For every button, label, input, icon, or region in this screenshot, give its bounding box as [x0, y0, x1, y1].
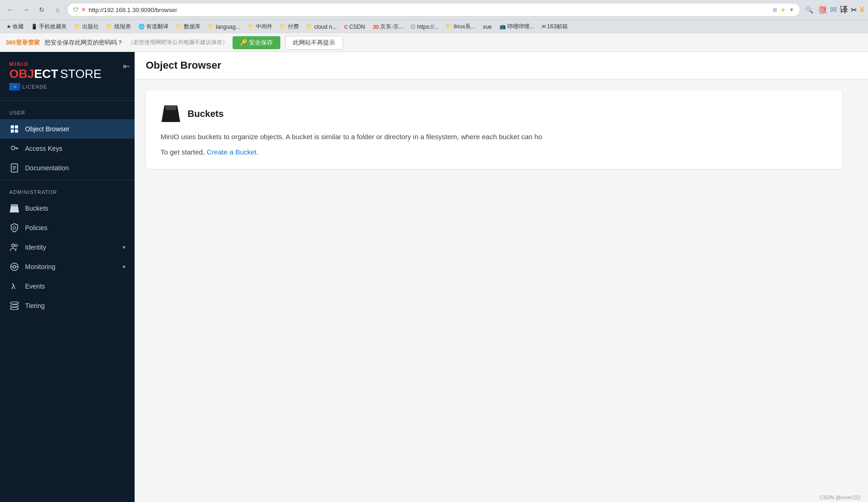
- sidebar-item-object-browser[interactable]: Object Browser: [0, 119, 135, 139]
- sidebar: ⇤ MINIO OBJECT STORE A LICENSE: [0, 52, 135, 502]
- buckets-card-icon: [161, 103, 181, 124]
- license-badge: A LICENSE: [9, 83, 125, 90]
- weibo-icon[interactable]: 微: [819, 4, 827, 15]
- address-bar[interactable]: 🛡 ✕ http://192.168.1.30:9090/browser ⊞ ⚡…: [67, 3, 800, 17]
- object-text: OBJECT: [9, 67, 58, 81]
- doc-icon: [9, 163, 19, 173]
- minio-mini-text: MINIO: [9, 61, 102, 67]
- access-keys-label: Access Keys: [25, 145, 125, 152]
- bookmark-cloud[interactable]: 📁 cloud n...: [304, 23, 340, 31]
- bookmark-mobile[interactable]: 📱 手机收藏夹: [28, 22, 70, 32]
- svg-rect-3: [11, 129, 14, 133]
- create-bucket-link[interactable]: Create a Bucket.: [207, 148, 259, 156]
- layers-icon: [9, 301, 19, 311]
- people-icon: [9, 242, 19, 252]
- svg-point-14: [12, 244, 14, 247]
- back-button[interactable]: ←: [4, 3, 17, 16]
- lightning-icon: ⚡: [780, 7, 786, 13]
- bookmark-news[interactable]: 📁 线报类: [104, 22, 134, 32]
- bookmark-linux[interactable]: 📁 linux系...: [443, 22, 478, 32]
- password-save-bar: 360登录管家 想安全保存此网页的密码吗？ （若您使用网吧等公共电脑不建议保存）…: [0, 33, 868, 52]
- bookmark-language[interactable]: 📁 languag...: [205, 23, 243, 31]
- save-password-button[interactable]: 🔑 安全保存: [233, 36, 281, 49]
- translate-icon[interactable]: 译: [840, 4, 848, 15]
- minio-brand-name: OBJECT STORE: [9, 67, 102, 81]
- sidebar-item-buckets[interactable]: Buckets: [0, 199, 135, 218]
- shield-icon: [9, 223, 19, 233]
- bookmark-paid[interactable]: 📁 付费: [277, 22, 302, 32]
- bookmark-publisher[interactable]: 📁 出版社: [71, 22, 102, 32]
- main-body: Buckets MinIO uses buckets to organize o…: [135, 79, 868, 493]
- forward-button[interactable]: →: [19, 3, 32, 16]
- star-icon: ★: [6, 24, 11, 30]
- 360-logo: 360登录管家: [6, 39, 40, 47]
- svg-rect-1: [11, 125, 14, 129]
- admin-section-label: Administrator: [0, 182, 135, 199]
- sidebar-item-tiering[interactable]: Tiering: [0, 296, 135, 315]
- grid-icon: ⊞: [773, 7, 777, 13]
- bookmark-bilibili[interactable]: 📺 哔哩哔哩...: [497, 22, 537, 32]
- antfinancial-icon[interactable]: ¥: [860, 5, 864, 15]
- app-footer: CSDN @inner222: [135, 493, 868, 502]
- sidebar-item-events[interactable]: λ Events: [0, 277, 135, 296]
- monitoring-icon: [9, 262, 19, 272]
- dismiss-password-button[interactable]: 此网站不再提示: [285, 36, 343, 50]
- monitoring-label: Monitoring: [25, 263, 117, 270]
- sidebar-item-monitoring[interactable]: Monitoring ▾: [0, 257, 135, 277]
- sidebar-item-identity[interactable]: Identity ▾: [0, 238, 135, 257]
- svg-point-21: [10, 302, 19, 304]
- sidebar-header: ⇤ MINIO OBJECT STORE A LICENSE: [0, 52, 135, 98]
- card-header: Buckets: [161, 103, 827, 124]
- user-section-label: User: [0, 103, 135, 119]
- scissor-icon[interactable]: ✂: [851, 6, 857, 14]
- svg-point-22: [10, 305, 19, 307]
- buckets-info-card: Buckets MinIO uses buckets to organize o…: [146, 90, 842, 169]
- footer-text: CSDN @inner222: [820, 495, 861, 500]
- license-label: LICENSE: [22, 84, 47, 90]
- search-button[interactable]: 🔍: [803, 3, 816, 16]
- svg-text:λ: λ: [11, 282, 16, 291]
- bookmark-favorites[interactable]: ★ 收藏: [4, 22, 26, 32]
- identity-chevron-icon: ▾: [123, 244, 125, 251]
- monitoring-chevron-icon: ▾: [123, 264, 125, 270]
- bookmark-163mail[interactable]: ✉ 163邮箱: [539, 22, 570, 32]
- bookmark-github[interactable]: ⬡ https://...: [408, 23, 441, 31]
- sidebar-collapse-button[interactable]: ⇤: [123, 61, 130, 71]
- bookmark-bar: ★ 收藏 📱 手机收藏夹 📁 出版社 📁 线报类 🌐 有道翻译 📁 数据库 📁 …: [0, 19, 868, 33]
- svg-point-13: [13, 226, 16, 229]
- home-button[interactable]: ⌂: [51, 3, 64, 16]
- card-description: MinIO uses buckets to organize objects. …: [161, 131, 827, 142]
- warning-icon: ✕: [81, 6, 86, 13]
- browser-nav-bar: ← → ↻ ⌂ 🛡 ✕ http://192.168.1.30:9090/bro…: [0, 0, 868, 19]
- mail-icon[interactable]: ✉: [830, 5, 837, 15]
- reload-button[interactable]: ↻: [35, 3, 48, 16]
- identity-label: Identity: [25, 244, 117, 251]
- bookmark-jd[interactable]: JD 京东-京...: [369, 22, 406, 32]
- bookmark-translate[interactable]: 🌐 有道翻译: [136, 22, 171, 32]
- page-title: Object Browser: [146, 59, 857, 71]
- sidebar-item-documentation[interactable]: Documentation: [0, 158, 135, 178]
- main-content: Object Browser Buckets MinIO uses bucket…: [135, 52, 868, 502]
- url-text: http://192.168.1.30:9090/browser: [89, 6, 770, 13]
- password-prompt-text: 想安全保存此网页的密码吗？: [45, 39, 123, 47]
- card-title: Buckets: [188, 109, 224, 119]
- key-icon: [9, 143, 19, 154]
- agpl-icon: A: [9, 83, 20, 90]
- dropdown-icon: ▼: [789, 7, 794, 13]
- tiering-label: Tiering: [25, 302, 125, 309]
- bookmark-database[interactable]: 📁 数据库: [173, 22, 203, 32]
- bookmark-middleware[interactable]: 📁 中间件: [245, 22, 275, 32]
- bookmark-csdn[interactable]: C CSDN: [341, 23, 368, 31]
- app-layout: ⇤ MINIO OBJECT STORE A LICENSE: [0, 52, 868, 502]
- card-action-text: To get started, Create a Bucket.: [161, 148, 827, 156]
- sidebar-item-access-keys[interactable]: Access Keys: [0, 139, 135, 158]
- svg-point-15: [15, 245, 18, 247]
- lambda-icon: λ: [9, 281, 19, 291]
- store-text: STORE: [60, 67, 101, 81]
- main-header: Object Browser: [135, 52, 868, 79]
- sidebar-item-policies[interactable]: Policies: [0, 218, 135, 238]
- svg-rect-2: [15, 125, 18, 129]
- events-label: Events: [25, 283, 125, 290]
- svg-point-5: [11, 146, 15, 150]
- bookmark-xue[interactable]: xue: [480, 23, 494, 31]
